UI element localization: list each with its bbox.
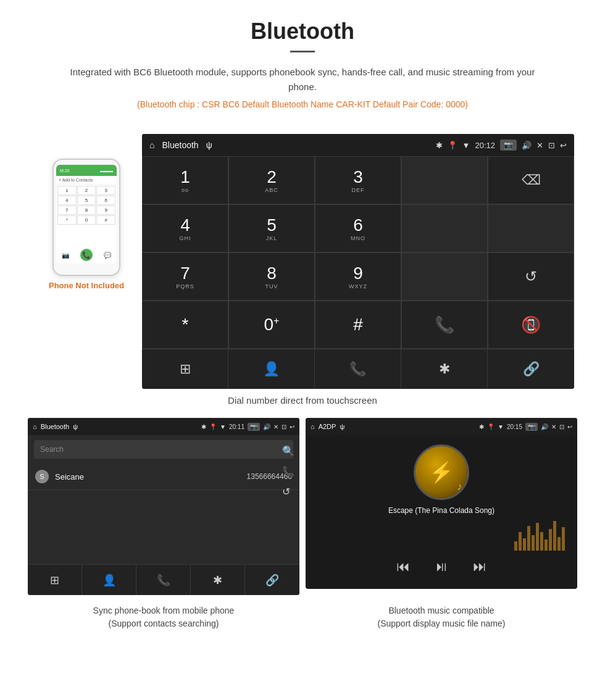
hu-statusbar: ⌂ Bluetooth ψ ✱ 📍 ▼ 20:12 📷 🔊 ✕ ⊡ ↩ — [142, 134, 574, 156]
pb-nav-phone[interactable]: 📞 — [136, 565, 191, 595]
hu-key-8[interactable]: 8 TUV — [228, 252, 315, 301]
music-pip-icon[interactable]: ⊡ — [559, 423, 564, 430]
hu-key-6[interactable]: 6 MNO — [315, 204, 401, 252]
music-screen: ⌂ A2DP ψ ✱ 📍 ▼ 20:15 📷 🔊 ✕ ⊡ ↩ — [306, 418, 577, 589]
pb-bt-icon: ✱ — [201, 423, 206, 430]
hu-display-empty-4 — [401, 252, 488, 301]
pb-pip-icon[interactable]: ⊡ — [282, 423, 286, 430]
hu-wifi-icon: ▼ — [462, 141, 470, 150]
hu-call-btn[interactable]: 📞 — [401, 301, 488, 349]
hu-nav-bluetooth[interactable]: ✱ — [401, 349, 488, 389]
pb-statusbar-left: ⌂ Bluetooth ψ — [33, 423, 78, 430]
phone-bottom-bar: 📷 📞 💬 — [56, 249, 117, 261]
pb-nav-dialpad[interactable]: ⊞ — [28, 565, 82, 595]
pb-bottom-nav: ⊞ 👤 📞 ✱ 🔗 — [28, 564, 299, 595]
phone-key-8: 8 — [77, 206, 96, 215]
phonebook-caption-text: Sync phone-book from mobile phone(Suppor… — [93, 606, 235, 628]
hu-key-1[interactable]: 1 oo — [142, 156, 228, 204]
hu-statusbar-right: ✱ 📍 ▼ 20:12 📷 🔊 ✕ ⊡ ↩ — [436, 140, 567, 151]
link-icon: 🔗 — [523, 361, 540, 377]
hu-nav-link[interactable]: 🔗 — [488, 349, 574, 389]
hu-cam-btn[interactable]: 📷 — [500, 140, 517, 151]
pb-loc-icon: 📍 — [209, 423, 217, 430]
hu-key-7[interactable]: 7 PQRS — [142, 252, 228, 301]
page-title: Bluetooth — [0, 19, 605, 44]
pb-nav-bt-icon: ✱ — [213, 573, 222, 587]
pb-back-icon[interactable]: ↩ — [290, 423, 294, 430]
phone-key-hash: # — [96, 215, 115, 225]
music-back-icon[interactable]: ↩ — [567, 423, 572, 430]
music-home-icon[interactable]: ⌂ — [311, 423, 315, 430]
hu-key-star[interactable]: * — [142, 301, 228, 349]
hu-close-icon[interactable]: ✕ — [536, 141, 543, 150]
pb-close-icon[interactable]: ✕ — [273, 423, 278, 430]
music-loc-icon: 📍 — [487, 423, 494, 430]
pb-phone-icon[interactable]: 📞 — [282, 465, 294, 477]
music-next-btn[interactable]: ⏭ — [473, 559, 486, 575]
hu-pip-icon[interactable]: ⊡ — [548, 141, 555, 150]
pb-nav-link[interactable]: 🔗 — [245, 565, 299, 595]
pb-refresh-icon[interactable]: ↺ — [282, 486, 294, 498]
music-statusbar-right: ✱ 📍 ▼ 20:15 📷 🔊 ✕ ⊡ ↩ — [479, 423, 572, 431]
hu-redial-btn[interactable]: ↺ — [488, 252, 574, 301]
hu-key-0[interactable]: 0+ — [228, 301, 315, 349]
phonebook-screen: ⌂ Bluetooth ψ ✱ 📍 ▼ 20:11 📷 🔊 ✕ ⊡ ↩ — [28, 418, 299, 595]
music-usb-icon: ψ — [340, 423, 344, 430]
hu-usb-icon: ψ — [206, 140, 212, 150]
music-statusbar-left: ⌂ A2DP ψ — [311, 423, 344, 430]
music-prev-btn[interactable]: ⏮ — [396, 559, 410, 575]
pb-search[interactable]: Search — [34, 440, 293, 459]
eq-bar-9 — [549, 529, 552, 551]
hu-display-empty-1 — [401, 156, 488, 204]
pb-nav-link-icon: 🔗 — [265, 573, 279, 587]
hu-key-5[interactable]: 5 JKL — [228, 204, 315, 252]
pb-nav-contacts[interactable]: 👤 — [82, 565, 136, 595]
pb-statusbar: ⌂ Bluetooth ψ ✱ 📍 ▼ 20:11 📷 🔊 ✕ ⊡ ↩ — [28, 418, 299, 435]
subtitle: Integrated with BC6 Bluetooth module, su… — [62, 65, 543, 94]
pb-contact-row-0[interactable]: S Seicane 13566664466 — [28, 464, 299, 490]
music-close-icon[interactable]: ✕ — [551, 423, 556, 430]
hu-dialpad: 1 oo 2 ABC 3 DEF ⌫ 4 GHI 5 JKL — [142, 156, 574, 349]
hu-delete-btn[interactable]: ⌫ — [488, 156, 574, 204]
hu-hangup-btn[interactable]: 📵 — [488, 301, 574, 349]
eq-bar-6 — [536, 523, 539, 551]
hu-app-name: Bluetooth — [162, 140, 198, 150]
pb-nav-phone-icon: 📞 — [157, 573, 170, 587]
hu-key-2[interactable]: 2 ABC — [228, 156, 315, 204]
hu-time: 20:12 — [475, 141, 495, 150]
phone-call-btn: 📞 — [80, 249, 93, 261]
hu-back-icon[interactable]: ↩ — [560, 141, 567, 150]
music-screen-wrap: ⌂ A2DP ψ ✱ 📍 ▼ 20:15 📷 🔊 ✕ ⊡ ↩ — [302, 418, 580, 595]
pb-search-placeholder: Search — [40, 445, 64, 454]
music-play-btn[interactable]: ⏯ — [435, 559, 448, 575]
call-icon: 📞 — [435, 315, 454, 335]
pb-nav-dialpad-icon: ⊞ — [50, 573, 59, 587]
music-album-art: ⚡ ♪ — [414, 444, 469, 500]
bottom-captions: Sync phone-book from mobile phone(Suppor… — [0, 604, 605, 630]
phone-msg-icon: 💬 — [104, 252, 111, 259]
hu-key-9[interactable]: 9 WXYZ — [315, 252, 401, 301]
title-divider — [290, 51, 315, 52]
hu-nav-phone[interactable]: 📞 — [315, 349, 401, 389]
phone-carrier: M:20 — [60, 169, 70, 173]
hu-home-icon[interactable]: ⌂ — [149, 140, 154, 150]
hu-nav-dialpad[interactable]: ⊞ — [142, 349, 228, 389]
bluetooth-nav-icon: ✱ — [439, 361, 450, 377]
phone-key-9: 9 — [96, 206, 115, 215]
hu-key-3[interactable]: 3 DEF — [315, 156, 401, 204]
pb-search-icon[interactable]: 🔍 — [282, 445, 294, 457]
hu-key-4[interactable]: 4 GHI — [142, 204, 228, 252]
pb-nav-bt[interactable]: ✱ — [191, 565, 245, 595]
phone-signal: ▬▬▬ — [100, 169, 113, 173]
hu-nav-contacts[interactable]: 👤 — [228, 349, 315, 389]
pb-wifi-icon: ▼ — [220, 423, 226, 430]
pb-time: 20:11 — [229, 423, 244, 430]
phone-key-1: 1 — [57, 186, 77, 195]
eq-bar-2 — [519, 532, 522, 551]
hu-key-hash[interactable]: # — [315, 301, 401, 349]
pb-home-icon[interactable]: ⌂ — [33, 423, 37, 430]
eq-bar-12 — [562, 527, 565, 551]
hu-vol-icon[interactable]: 🔊 — [522, 141, 532, 150]
pb-sidebar: 🔍 📞 ↺ — [282, 445, 294, 498]
music-content: ⚡ ♪ Escape (The Pina Colada Song) — [306, 435, 577, 589]
